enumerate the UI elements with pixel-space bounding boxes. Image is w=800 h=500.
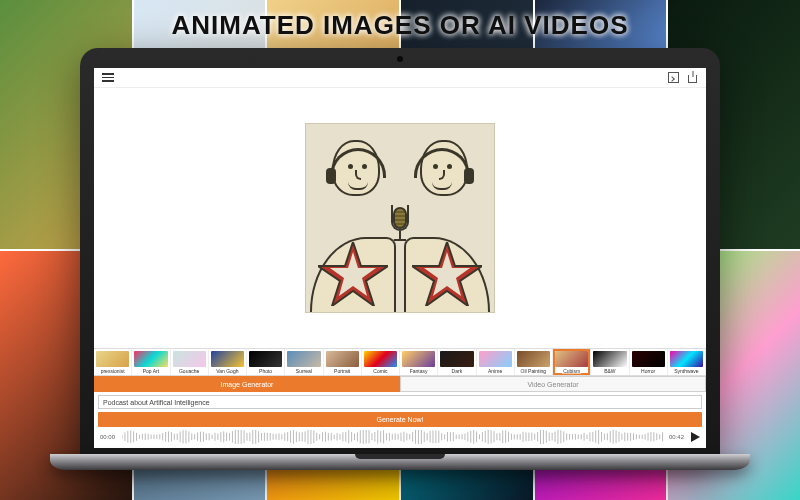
style-chip-label: Oil Painting [520,369,548,374]
style-chip-label: Cubism [562,369,581,374]
time-end: 00:42 [669,434,687,440]
top-bar [94,68,706,88]
play-button-icon[interactable] [691,432,700,442]
style-chip-label: Anime [487,369,503,374]
prompt-input[interactable]: Podcast about Artifical Intelligence [98,395,702,409]
style-chip-label: Horror [640,369,656,374]
generate-button[interactable]: Generate Now! [98,412,702,427]
style-chip-portrait[interactable]: Portrait [324,349,362,375]
app-screen: pressionistPop ArtGouacheVan GoghPhotoSu… [94,68,706,448]
style-chip-label: Surreal [295,369,313,374]
generated-image [305,123,495,313]
tab-video-generator[interactable]: Video Generator [400,376,706,392]
style-chip-label: Synthwave [673,369,699,374]
style-chip-label: Photo [258,369,273,374]
style-chip-label: Van Gogh [215,369,239,374]
audio-waveform[interactable] [122,430,665,444]
style-chip-surreal[interactable]: Surreal [285,349,323,375]
audio-timeline: 00:00 00:42 [94,430,706,448]
style-chip-label: B&W [603,369,616,374]
style-chip-oil-painting[interactable]: Oil Painting [515,349,553,375]
tab-image-generator[interactable]: Image Generator [94,376,400,392]
microphone-icon [391,207,409,241]
time-start: 00:00 [100,434,118,440]
laptop-mockup: pressionistPop ArtGouacheVan GoghPhotoSu… [80,48,720,470]
style-chip-van-gogh[interactable]: Van Gogh [209,349,247,375]
style-chip-gouache[interactable]: Gouache [171,349,209,375]
hamburger-menu-icon[interactable] [102,73,114,82]
share-icon[interactable] [687,72,698,83]
style-chip-horror[interactable]: Horror [630,349,668,375]
style-chip-pop-art[interactable]: Pop Art [132,349,170,375]
style-chip-label: Fantasy [409,369,429,374]
style-chip-comic[interactable]: Comic [362,349,400,375]
generator-tabs: Image Generator Video Generator [94,376,706,392]
headline: ANIMATED IMAGES OR AI VIDEOS [0,10,800,41]
cast-icon[interactable] [668,72,679,83]
style-chip-label: Dark [451,369,464,374]
style-chip-synthwave[interactable]: Synthwave [668,349,706,375]
style-chip-cubism[interactable]: Cubism [553,349,591,375]
style-chip-dark[interactable]: Dark [438,349,476,375]
style-chip-photo[interactable]: Photo [247,349,285,375]
style-selector-strip: pressionistPop ArtGouacheVan GoghPhotoSu… [94,348,706,376]
style-chip-fantasy[interactable]: Fantasy [400,349,438,375]
style-chip-label: Portrait [333,369,351,374]
style-chip-label: Comic [372,369,388,374]
style-chip-b&w[interactable]: B&W [591,349,629,375]
style-chip-label: pressionist [100,369,126,374]
style-chip-label: Gouache [178,369,200,374]
style-chip-label: Pop Art [142,369,160,374]
style-chip-anime[interactable]: Anime [477,349,515,375]
generated-image-canvas [94,88,706,348]
style-chip-pressionist[interactable]: pressionist [94,349,132,375]
webcam-dot [397,56,403,62]
